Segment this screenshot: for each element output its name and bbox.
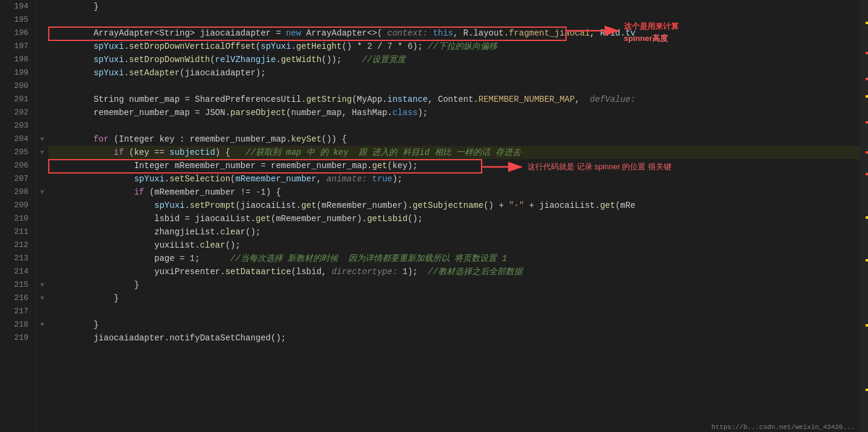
line-number-194: 194 [0, 0, 28, 13]
line-number-214: 214 [0, 265, 28, 278]
ann1-text2: spinner高度 [624, 34, 668, 43]
fold-213 [36, 252, 48, 265]
line-number-207: 207 [0, 172, 28, 186]
code-line-194: } [48, 0, 860, 13]
line-number-217: 217 [0, 305, 28, 318]
code-line-218: } [48, 318, 860, 331]
line-content-213: page = 1; //当每次选择 新教材的时候 因为详情都要重新加载所以 将页… [53, 252, 507, 265]
line-number-211: 211 [0, 225, 28, 239]
code-line-215: } [48, 278, 860, 292]
line-content-215: } [53, 278, 139, 292]
line-number-198: 198 [0, 53, 28, 66]
code-line-219: jiaocaiadapter.notifyDataSetChanged(); [48, 331, 860, 345]
line-number-205: 205 [0, 146, 28, 159]
fold-216[interactable]: ▼ [36, 292, 48, 305]
fold-205[interactable]: ▼ [36, 146, 48, 159]
code-line-216: } [48, 292, 860, 305]
line-number-215: 215 [0, 278, 28, 292]
code-line-198: spYuxi.setDropDownWidth(relVZhangjie.get… [48, 53, 860, 66]
line-content-210: lsbid = jiaocaiList.get(mRemember_number… [53, 212, 423, 225]
code-line-199: spYuxi.setAdapter(jiaocaiadapter); [48, 66, 860, 80]
line-content-202: remember_number_map = JSON.parseObject(n… [53, 106, 428, 119]
code-line-196: ArrayAdapter<String> jiaocaiadapter = ne… [48, 27, 860, 40]
line-content-209: spYuxi.setPrompt(jiaocaiList.get(mRememb… [53, 199, 635, 212]
line-number-213: 213 [0, 252, 28, 265]
code-line-210: lsbid = jiaocaiList.get(mRemember_number… [48, 212, 860, 225]
line-number-206: 206 [0, 159, 28, 172]
code-line-195 [48, 13, 860, 27]
scroll-marker-5 [866, 173, 868, 175]
line-content-208: if (mRemember_number != -1) { [53, 186, 281, 199]
fold-201 [36, 93, 48, 106]
line-content-197: spYuxi.setDropDownVerticalOffset(spYuxi.… [53, 40, 497, 53]
fold-198 [36, 53, 48, 66]
line-content-214: yuxiPresenter.setDataartice(lsbid, direc… [53, 265, 523, 278]
code-line-197: spYuxi.setDropDownVerticalOffset(spYuxi.… [48, 40, 860, 53]
line-number-203: 203 [0, 119, 28, 133]
code-line-203 [48, 119, 860, 133]
line-content-219: jiaocaiadapter.notifyDataSetChanged(); [53, 331, 286, 345]
line-content-212: yuxiList.clear(); [53, 239, 241, 252]
fold-214 [36, 265, 48, 278]
scroll-marker-10 [866, 324, 868, 327]
line-number-212: 212 [0, 239, 28, 252]
line-number-199: 199 [0, 66, 28, 80]
scroll-marker-4 [866, 151, 868, 154]
scroll-marker-6 [866, 22, 868, 24]
line-number-197: 197 [0, 40, 28, 53]
scroll-marker-3 [866, 121, 868, 124]
fold-209 [36, 199, 48, 212]
fold-202 [36, 106, 48, 119]
annotation-arrow-2: 这行代码就是 记录 spinner 的位置 很关键 [482, 159, 784, 177]
line-number-209: 209 [0, 199, 28, 212]
line-content-216: } [53, 292, 119, 305]
annotation-arrow-1: 这个是用来计算 spinner高度 [567, 23, 699, 71]
line-content-198: spYuxi.setDropDownWidth(relVZhangjie.get… [53, 53, 406, 66]
line-content-207: spYuxi.setSelection(mRemember_number, an… [53, 172, 403, 186]
fold-212 [36, 239, 48, 252]
fold-199 [36, 66, 48, 80]
fold-208[interactable]: ▼ [36, 186, 48, 199]
line-content-204: for (Integer key : remember_number_map.k… [53, 133, 347, 146]
line-content-196: ArrayAdapter<String> jiaocaiadapter = ne… [53, 27, 635, 40]
ann1-text1: 这个是用来计算 [624, 22, 679, 31]
fold-203 [36, 119, 48, 133]
fold-218[interactable]: ▼ [36, 318, 48, 331]
status-url-text: https://b...csdn.net/weixin_43420... [711, 424, 855, 431]
fold-219 [36, 331, 48, 345]
line-number-196: 196 [0, 27, 28, 40]
fold-210 [36, 212, 48, 225]
code-line-200 [48, 80, 860, 93]
line-number-218: 218 [0, 318, 28, 331]
fold-211 [36, 225, 48, 239]
fold-196 [36, 27, 48, 40]
ann2-text: 这行代码就是 记录 spinner 的位置 很关键 [527, 162, 671, 171]
line-number-204: 204 [0, 133, 28, 146]
scroll-marker-8 [866, 216, 868, 219]
code-line-202: remember_number_map = JSON.parseObject(n… [48, 106, 860, 119]
line-number-216: 216 [0, 292, 28, 305]
fold-195 [36, 13, 48, 27]
line-content-206: Integer mRemember_number = remember_numb… [53, 159, 418, 172]
fold-gutter: ▼▼▼▼▼▼ [36, 0, 48, 432]
code-line-217 [48, 305, 860, 318]
code-line-214: yuxiPresenter.setDataartice(lsbid, direc… [48, 265, 860, 278]
line-number-195: 195 [0, 13, 28, 27]
line-content-199: spYuxi.setAdapter(jiaocaiadapter); [53, 66, 266, 80]
line-content-201: String number_map = SharedPreferencesUti… [53, 93, 635, 106]
code-line-201: String number_map = SharedPreferencesUti… [48, 93, 860, 106]
line-number-208: 208 [0, 186, 28, 199]
fold-215[interactable]: ▼ [36, 278, 48, 292]
line-number-201: 201 [0, 93, 28, 106]
fold-206 [36, 159, 48, 172]
code-line-205: if (key == subjectid) { //获取到 map 中 的 ke… [48, 146, 860, 159]
line-number-202: 202 [0, 106, 28, 119]
scrollbar-markers [860, 0, 868, 432]
code-line-204: for (Integer key : remember_number_map.k… [48, 133, 860, 146]
scroll-marker-7 [866, 95, 868, 98]
fold-200 [36, 80, 48, 93]
fold-204[interactable]: ▼ [36, 133, 48, 146]
code-line-213: page = 1; //当每次选择 新教材的时候 因为详情都要重新加载所以 将页… [48, 252, 860, 265]
code-editor: 1941951961971981992002012022032042052062… [0, 0, 868, 432]
code-line-211: zhangjieList.clear(); [48, 225, 860, 239]
